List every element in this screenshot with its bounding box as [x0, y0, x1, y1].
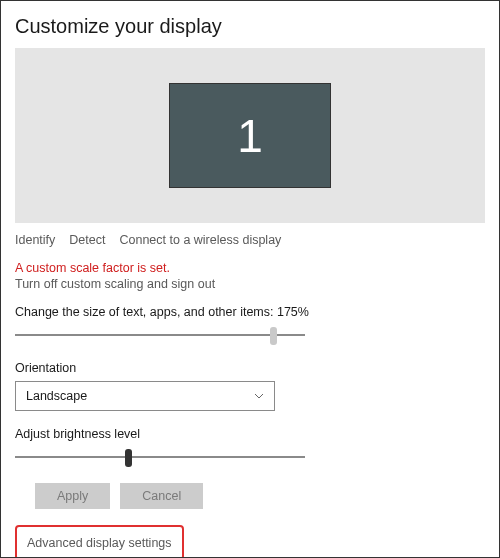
brightness-slider[interactable]: [15, 447, 305, 467]
monitor-tile-1[interactable]: 1: [169, 83, 331, 188]
monitor-preview-area: 1: [15, 48, 485, 223]
cancel-button[interactable]: Cancel: [120, 483, 203, 509]
slider-track: [15, 334, 305, 336]
slider-thumb[interactable]: [270, 327, 277, 345]
slider-thumb[interactable]: [125, 449, 132, 467]
scale-warning: A custom scale factor is set.: [15, 261, 485, 275]
connect-wireless-link[interactable]: Connect to a wireless display: [119, 233, 281, 247]
display-links-row: Identify Detect Connect to a wireless di…: [15, 233, 485, 247]
advanced-link-highlight: Advanced display settings: [15, 525, 184, 558]
orientation-select[interactable]: Landscape: [15, 381, 275, 411]
scale-slider[interactable]: [15, 325, 305, 345]
detect-link[interactable]: Detect: [69, 233, 105, 247]
slider-track: [15, 456, 305, 458]
orientation-label: Orientation: [15, 361, 485, 375]
brightness-label: Adjust brightness level: [15, 427, 485, 441]
turn-off-scaling-link[interactable]: Turn off custom scaling and sign out: [15, 277, 485, 291]
monitor-number: 1: [237, 109, 263, 163]
advanced-display-settings-link[interactable]: Advanced display settings: [27, 536, 172, 550]
chevron-down-icon: [254, 391, 264, 401]
apply-button[interactable]: Apply: [35, 483, 110, 509]
button-row: Apply Cancel: [35, 483, 485, 509]
scale-label: Change the size of text, apps, and other…: [15, 305, 485, 319]
page-title: Customize your display: [15, 15, 485, 38]
identify-link[interactable]: Identify: [15, 233, 55, 247]
orientation-value: Landscape: [26, 389, 87, 403]
